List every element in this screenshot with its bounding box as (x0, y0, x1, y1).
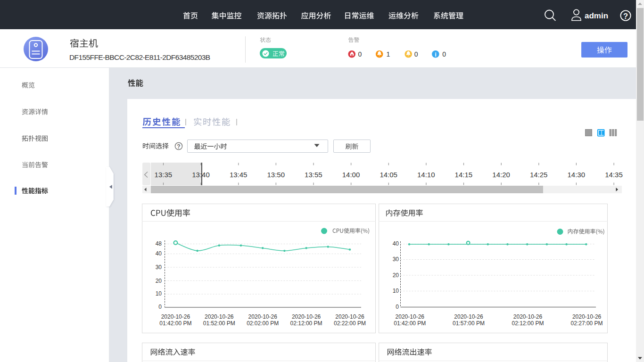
svg-text:?: ? (177, 143, 180, 150)
svg-text:i: i (435, 51, 436, 58)
svg-text:?: ? (623, 12, 628, 20)
